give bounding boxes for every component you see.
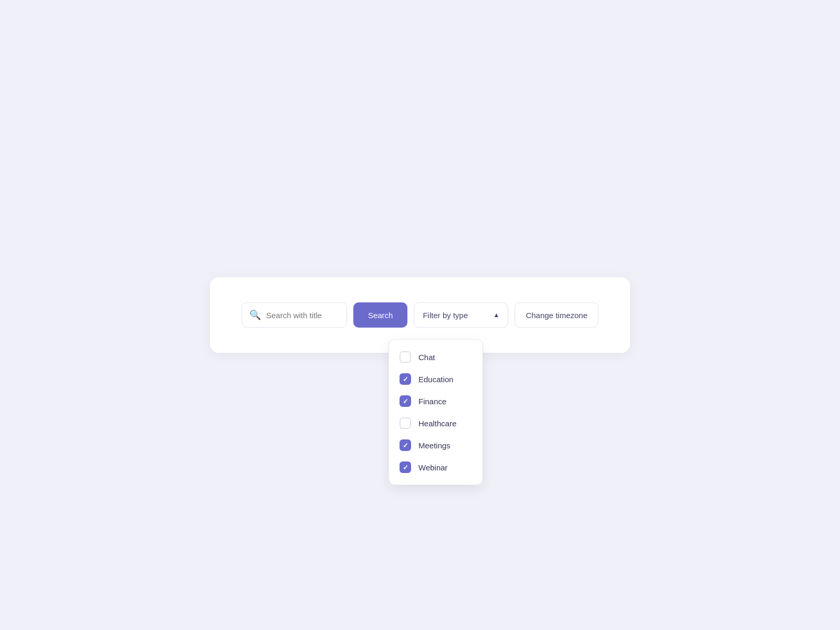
label-finance: Finance [418,397,446,406]
dropdown-item-finance[interactable]: Finance [389,390,482,412]
label-chat: Chat [418,353,435,362]
toolbar: 🔍 Search Filter by type ▲ Change timezon… [242,302,598,328]
main-card: 🔍 Search Filter by type ▲ Change timezon… [210,277,630,353]
dropdown-item-meetings[interactable]: Meetings [389,434,482,456]
label-education: Education [418,375,454,384]
filter-label: Filter by type [423,311,468,320]
search-box: 🔍 [242,302,347,328]
checkbox-education[interactable] [400,373,411,385]
label-webinar: Webinar [418,463,448,472]
search-icon: 🔍 [249,309,261,321]
checkbox-webinar[interactable] [400,461,411,473]
search-button[interactable]: Search [353,302,408,328]
dropdown-item-education[interactable]: Education [389,368,482,390]
filter-by-type-button[interactable]: Filter by type ▲ [414,302,508,328]
dropdown-item-healthcare[interactable]: Healthcare [389,412,482,434]
checkbox-healthcare[interactable] [400,417,411,429]
label-meetings: Meetings [418,441,450,450]
checkbox-finance[interactable] [400,395,411,407]
dropdown-item-chat[interactable]: Chat [389,346,482,368]
chevron-up-icon: ▲ [494,311,500,319]
checkbox-meetings[interactable] [400,439,411,451]
checkbox-chat[interactable] [400,351,411,363]
change-timezone-button[interactable]: Change timezone [514,302,598,328]
label-healthcare: Healthcare [418,419,457,428]
filter-dropdown: ChatEducationFinanceHealthcareMeetingsWe… [388,339,483,485]
dropdown-item-webinar[interactable]: Webinar [389,456,482,478]
search-input[interactable] [266,311,339,320]
